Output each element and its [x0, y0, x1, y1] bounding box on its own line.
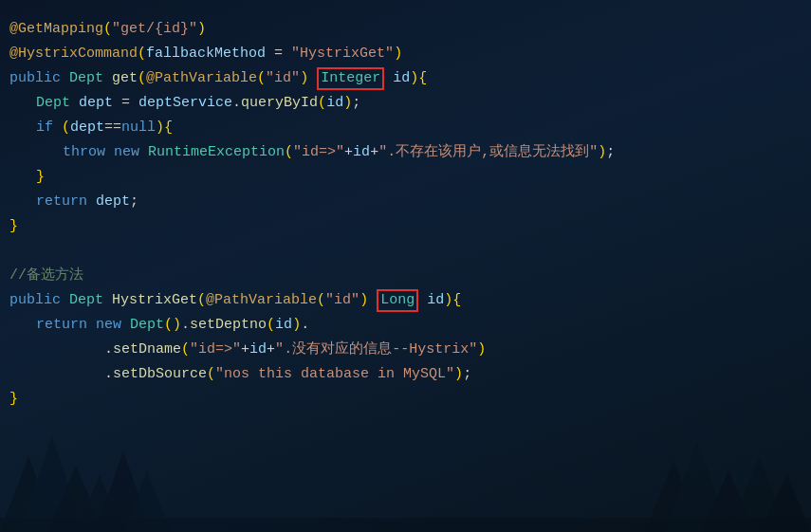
code-editor: @GetMapping("get/{id}") @HystrixCommand(… — [0, 0, 811, 532]
annotation-getmapping: @GetMapping — [9, 18, 103, 41]
integer-highlight-box: Integer — [317, 67, 384, 90]
code-line-8: return dept; — [0, 190, 811, 214]
code-line-9: } — [0, 214, 811, 239]
throw-keyword: throw — [63, 141, 114, 164]
empty-line-1 — [0, 239, 811, 264]
annotation-hystrix: @HystrixCommand — [9, 43, 138, 65]
code-line-15: .setDbSource("nos this database in MySQL… — [0, 362, 811, 387]
code-line-13: return new Dept().setDeptno(id). — [0, 313, 811, 338]
code-line-11: //备选方法 — [0, 264, 811, 288]
comment-backup: //备选方法 — [9, 265, 83, 287]
code-line-3: public Dept get(@PathVariable("id") Inte… — [0, 66, 811, 91]
code-line-4: Dept dept = deptService.queryById(id); — [0, 91, 811, 116]
code-line-1: @GetMapping("get/{id}") — [0, 17, 811, 42]
long-highlight-box: Long — [377, 289, 418, 312]
code-line-12: public Dept HystrixGet(@PathVariable("id… — [0, 288, 811, 313]
code-line-16: } — [0, 387, 811, 412]
code-line-7: } — [0, 165, 811, 190]
code-line-6: throw new RuntimeException("id=>"+id+".不… — [0, 140, 811, 165]
code-line-2: @HystrixCommand(fallbackMethod = "Hystri… — [0, 42, 811, 66]
code-line-5: if (dept==null){ — [0, 116, 811, 140]
code-line-14: .setDname("id=>"+id+".没有对应的信息--Hystrix") — [0, 338, 811, 362]
